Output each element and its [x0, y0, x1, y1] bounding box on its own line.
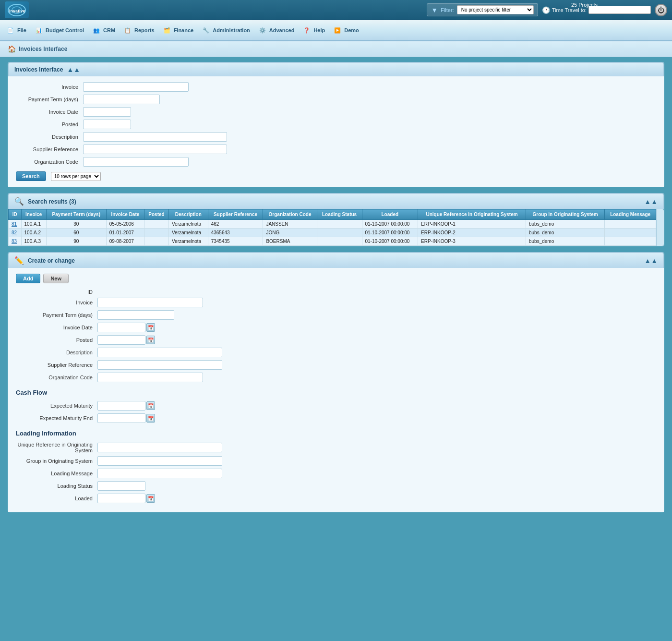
supplier-reference-input[interactable]: [83, 145, 227, 154]
cc-form-row-invoice-date: Invoice Date 📅: [16, 323, 656, 332]
description-input[interactable]: [83, 132, 227, 142]
cc-description-input[interactable]: [97, 348, 222, 357]
posted-calendar-icon[interactable]: 📅: [146, 336, 155, 344]
col-header-unique-ref: Unique Reference in Originating System: [418, 209, 526, 220]
cc-loading-status-input[interactable]: [97, 481, 145, 491]
cc-loading-message-input[interactable]: [97, 469, 222, 478]
cell-invoice: 100.A.1: [21, 220, 46, 229]
logo-area: invative: [5, 1, 29, 18]
breadcrumb-text: Invoices Interface: [19, 46, 67, 52]
power-button[interactable]: ⏻: [655, 4, 667, 16]
loaded-calendar-icon[interactable]: 📅: [146, 494, 155, 503]
new-button[interactable]: New: [43, 274, 69, 283]
cc-form-row-unique-ref: Unique Reference in Originating System: [16, 442, 656, 453]
create-change-collapse-icon[interactable]: ▲▲: [644, 257, 658, 265]
payment-term-label: Payment Term (days): [16, 97, 83, 102]
nav-item-budget-control[interactable]: 📊 Budget Control: [30, 23, 88, 38]
cc-posted-input[interactable]: [97, 335, 145, 345]
search-button[interactable]: Search: [16, 171, 46, 181]
form-row-posted: Posted: [16, 120, 656, 129]
cell-loaded: 01-10-2007 00:00:00: [362, 220, 418, 229]
cell-id[interactable]: 82: [9, 229, 22, 237]
results-collapse-icon[interactable]: ▲▲: [644, 198, 658, 206]
payment-term-input[interactable]: [83, 95, 160, 104]
nav-item-help[interactable]: ❓ Help: [298, 23, 329, 38]
invoice-date-calendar-icon[interactable]: 📅: [146, 323, 155, 332]
cc-invoice-date-input[interactable]: [97, 323, 145, 332]
invoice-date-input[interactable]: [83, 107, 131, 117]
form-row-description: Description: [16, 132, 656, 142]
cc-invoice-input[interactable]: [97, 298, 203, 307]
cc-loaded-label: Loaded: [16, 496, 97, 501]
nav-item-crm[interactable]: 👥 CRM: [88, 23, 119, 38]
cell-loaded: 01-10-2007 00:00:00: [362, 229, 418, 237]
cc-loaded-input[interactable]: [97, 494, 145, 503]
nav-label-finance: Finance: [174, 27, 194, 33]
cc-expected-maturity-input[interactable]: [97, 401, 145, 411]
col-header-invoice-date: Invoice Date: [106, 209, 144, 220]
search-results-icon: 🔍: [14, 197, 24, 206]
cc-expected-maturity-end-input[interactable]: [97, 413, 145, 423]
table-row[interactable]: 82100.A.26001-01-2007Verzamelnota4365643…: [9, 229, 656, 237]
cell-invoice: 100.A.3: [21, 237, 46, 246]
cc-supplier-reference-input[interactable]: [97, 360, 222, 370]
filter-select[interactable]: No project specific filter: [457, 5, 534, 14]
cell-payment-term: 30: [46, 220, 106, 229]
cc-form-row-payment-term: Payment Term (days): [16, 310, 656, 320]
add-button[interactable]: Add: [16, 274, 40, 283]
time-travel-label: Time Travel to:: [552, 7, 587, 13]
cell-loading-msg: [605, 237, 656, 246]
svg-text:invative: invative: [9, 9, 25, 13]
cell-group-orig: bubs_demo: [526, 237, 604, 246]
cc-unique-ref-label: Unique Reference in Originating System: [16, 442, 97, 453]
nav-item-demo[interactable]: ▶️ Demo: [329, 23, 363, 38]
description-label: Description: [16, 134, 83, 140]
expected-maturity-end-calendar-icon[interactable]: 📅: [146, 414, 155, 423]
cc-group-input[interactable]: [97, 456, 222, 466]
table-row[interactable]: 83100.A.39009-08-2007Verzamelnota7345435…: [9, 237, 656, 246]
invoice-input[interactable]: [83, 82, 189, 92]
nav-item-advanced[interactable]: ⚙️ Advanced: [254, 23, 299, 38]
search-panel-collapse-icon[interactable]: ▲▲: [67, 66, 80, 73]
table-row[interactable]: 81100.A.13005-05-2006Verzamelnota462JANS…: [9, 220, 656, 229]
cell-id[interactable]: 81: [9, 220, 22, 229]
cell-unique-ref: ERP-INKOOP-3: [418, 237, 526, 246]
cc-form-row-supplier-ref: Supplier Reference: [16, 360, 656, 370]
cc-form-row-group: Group in Originating System: [16, 456, 656, 466]
col-header-invoice: Invoice: [21, 209, 46, 220]
cc-form-row-loaded: Loaded 📅: [16, 494, 656, 503]
nav-item-reports[interactable]: 📋 Reports: [119, 23, 158, 38]
nav-item-finance[interactable]: 🗂️ Finance: [158, 23, 198, 38]
nav-bar: 📄 File 📊 Budget Control 👥 CRM 📋 Reports …: [0, 20, 672, 41]
col-header-id: ID: [9, 209, 22, 220]
cc-payment-term-input[interactable]: [97, 310, 174, 320]
home-icon[interactable]: 🏠: [8, 45, 16, 53]
cc-group-label: Group in Originating System: [16, 458, 97, 464]
breadcrumb: 🏠 Invoices Interface: [0, 41, 672, 57]
create-change-body: Add New ID Invoice Payment Term (days) I…: [8, 268, 664, 512]
time-travel-input[interactable]: [588, 6, 651, 14]
cell-unique-ref: ERP-INKOOP-2: [418, 229, 526, 237]
cc-description-label: Description: [16, 350, 97, 355]
cc-form-row-org-code: Organization Code: [16, 373, 656, 382]
projects-count: 25 Projects: [571, 2, 598, 8]
cell-id[interactable]: 83: [9, 237, 22, 246]
form-row-org-code: Organization Code: [16, 157, 656, 167]
expected-maturity-calendar-icon[interactable]: 📅: [146, 401, 155, 410]
cell-invoice: 100.A.2: [21, 229, 46, 237]
cc-loading-status-label: Loading Status: [16, 483, 97, 489]
cell-loaded: 01-10-2007 00:00:00: [362, 237, 418, 246]
nav-label-demo: Demo: [344, 27, 359, 33]
nav-item-file[interactable]: 📄 File: [2, 23, 30, 38]
cc-loading-message-label: Loading Message: [16, 471, 97, 476]
help-icon: ❓: [302, 25, 312, 35]
create-change-icon: ✏️: [14, 256, 24, 265]
organization-code-input[interactable]: [83, 157, 189, 167]
scrollbar[interactable]: [656, 209, 664, 246]
nav-item-administration[interactable]: 🔧 Administration: [197, 23, 254, 38]
rows-per-page-select[interactable]: 10 rows per page: [51, 172, 101, 181]
cc-unique-ref-input[interactable]: [97, 443, 222, 452]
cc-organization-code-input[interactable]: [97, 373, 203, 382]
posted-input[interactable]: [83, 120, 131, 129]
results-title: Search results (3): [28, 198, 76, 205]
